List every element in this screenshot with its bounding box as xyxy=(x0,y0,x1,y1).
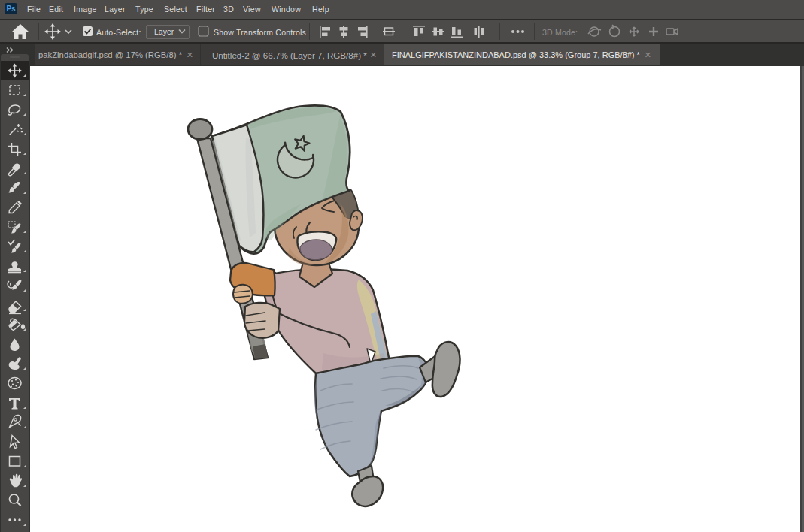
svg-text:Layer: Layer xyxy=(154,27,174,36)
